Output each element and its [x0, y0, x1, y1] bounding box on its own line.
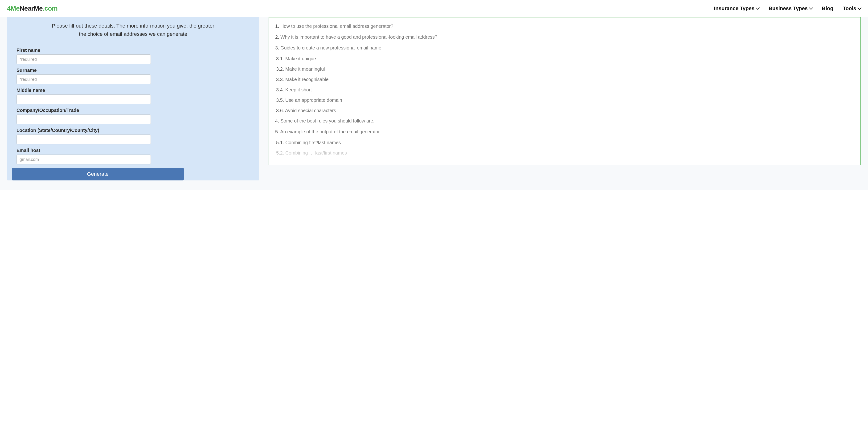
- surname-label: Surname: [17, 68, 250, 73]
- toc-num: 3.5.: [276, 98, 284, 103]
- toc-num: 1.: [275, 24, 279, 29]
- logo-part-2: NearMe: [20, 5, 43, 12]
- nav-insurance-types[interactable]: Insurance Types: [714, 5, 759, 11]
- nav-business-types[interactable]: Business Types: [769, 5, 812, 11]
- toc-num: 3.: [275, 45, 279, 51]
- location-input[interactable]: [17, 134, 151, 144]
- nav-label: Tools: [843, 5, 856, 11]
- middle-name-input[interactable]: [17, 94, 151, 104]
- toc-item-5-2[interactable]: 5.2. Combining … last/first names: [275, 149, 854, 156]
- field-first-name: First name: [17, 47, 250, 66]
- toc-num: 3.4.: [276, 87, 284, 92]
- chevron-down-icon: [858, 6, 862, 10]
- toc-item-3[interactable]: 3. Guides to create a new professional e…: [275, 44, 854, 51]
- location-label: Location (State/Country/County/City): [17, 128, 250, 133]
- toc-item-5[interactable]: 5. An example of the output of the email…: [275, 128, 854, 135]
- field-middle-name: Middle name: [17, 88, 250, 106]
- toc-item-3-1[interactable]: 3.1. Make it unique: [275, 55, 854, 62]
- site-header: 4MeNearMe.com Insurance Types Business T…: [0, 0, 868, 17]
- toc-item-3-2[interactable]: 3.2. Make it meaningful: [275, 65, 854, 72]
- toc-item-5-1[interactable]: 5.1. Combining first/last names: [275, 139, 854, 146]
- toc-num: 3.2.: [276, 66, 284, 72]
- toc-item-1[interactable]: 1. How to use the professional email add…: [275, 23, 854, 30]
- toc-num: 3.6.: [276, 108, 284, 113]
- field-surname: Surname: [17, 68, 250, 86]
- toc-num: 3.3.: [276, 77, 284, 82]
- field-location: Location (State/Country/County/City): [17, 128, 250, 146]
- toc-num: 2.: [275, 34, 279, 40]
- toc-num: 3.1.: [276, 56, 284, 61]
- toc-num: 5.2.: [276, 150, 284, 156]
- first-name-input[interactable]: [17, 55, 151, 64]
- nav-label: Blog: [822, 5, 833, 11]
- toc-text: Combining … last/first names: [284, 150, 347, 156]
- toc-text: Avoid special characters: [284, 108, 336, 113]
- toc-num: 5.1.: [276, 140, 284, 145]
- toc-text: Make it meaningful: [284, 66, 325, 72]
- nav-label: Insurance Types: [714, 5, 754, 11]
- toc-num: 5.: [275, 129, 279, 134]
- toc-num: 4.: [275, 118, 279, 124]
- toc-item-3-3[interactable]: 3.3. Make it recognisable: [275, 76, 854, 83]
- nav-tools[interactable]: Tools: [843, 5, 861, 11]
- form-intro-text: Please fill-out these details. The more …: [51, 22, 216, 38]
- toc-text: An example of the output of the email ge…: [279, 129, 381, 134]
- toc-text: Make it recognisable: [284, 77, 329, 82]
- logo-part-1: 4Me: [7, 5, 20, 12]
- chevron-down-icon: [756, 6, 760, 10]
- toc-item-3-5[interactable]: 3.5. Use an appropriate domain: [275, 97, 854, 104]
- surname-input[interactable]: [17, 74, 151, 84]
- toc-item-3-6[interactable]: 3.6. Avoid special characters: [275, 107, 854, 114]
- chevron-down-icon: [809, 6, 813, 10]
- toc-text: How to use the professional email addres…: [279, 24, 394, 29]
- generate-button[interactable]: Generate: [12, 168, 184, 181]
- field-email-host: Email host: [17, 148, 250, 166]
- main-nav: Insurance Types Business Types Blog Tool…: [714, 5, 861, 11]
- toc-text: Why it is important to have a good and p…: [279, 34, 437, 40]
- first-name-label: First name: [17, 47, 250, 53]
- logo-part-3: .com: [43, 5, 58, 12]
- toc-item-3-4[interactable]: 3.4. Keep it short: [275, 86, 854, 93]
- nav-label: Business Types: [769, 5, 808, 11]
- toc-text: Some of the best rules you should follow…: [279, 118, 375, 124]
- company-label: Company/Occupation/Trade: [17, 108, 250, 113]
- toc-text: Make it unique: [284, 56, 316, 61]
- toc-item-2[interactable]: 2. Why it is important to have a good an…: [275, 33, 854, 40]
- field-company: Company/Occupation/Trade: [17, 108, 250, 126]
- site-logo[interactable]: 4MeNearMe.com: [7, 5, 58, 12]
- email-host-label: Email host: [17, 148, 250, 153]
- company-input[interactable]: [17, 115, 151, 124]
- middle-name-label: Middle name: [17, 88, 250, 93]
- toc-text: Keep it short: [284, 87, 312, 92]
- toc-text: Use an appropriate domain: [284, 98, 342, 103]
- toc-text: Guides to create a new professional emai…: [279, 45, 383, 51]
- email-host-input[interactable]: [17, 155, 151, 164]
- page-body: Please fill-out these details. The more …: [0, 17, 868, 190]
- toc-text: Combining first/last names: [284, 140, 341, 145]
- toc-item-4[interactable]: 4. Some of the best rules you should fol…: [275, 117, 854, 124]
- email-generator-form-panel: Please fill-out these details. The more …: [7, 17, 259, 181]
- table-of-contents: 1. How to use the professional email add…: [269, 17, 861, 165]
- nav-blog[interactable]: Blog: [822, 5, 833, 11]
